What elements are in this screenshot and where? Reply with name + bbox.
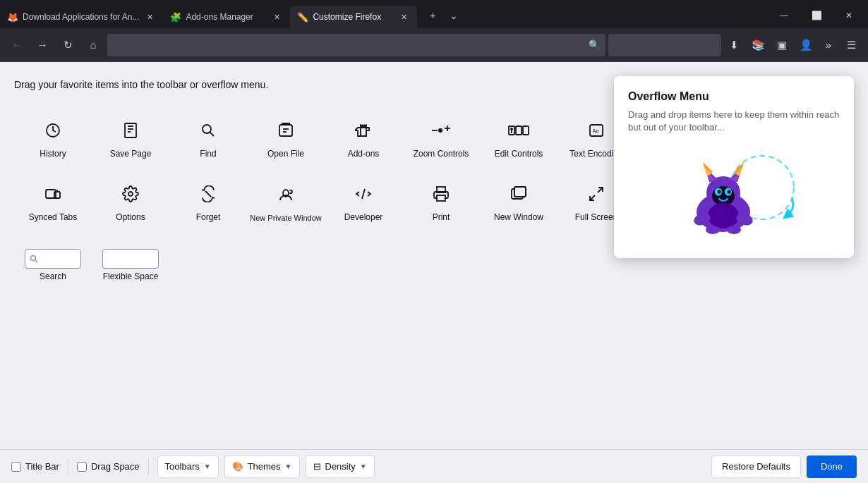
item-history[interactable]: History <box>14 107 92 171</box>
item-edit-controls-label: Edit Controls <box>495 149 543 160</box>
forward-button[interactable]: → <box>31 34 54 56</box>
item-synced-tabs-label: Synced Tabs <box>29 212 78 224</box>
title-bar-checkbox[interactable] <box>11 462 21 472</box>
full-screen-icon <box>584 181 609 207</box>
svg-line-28 <box>362 189 365 199</box>
item-new-window[interactable]: New Window <box>480 171 557 234</box>
history-icon <box>40 118 66 143</box>
svg-line-39 <box>35 260 37 262</box>
item-new-private-label: New Private Window <box>250 213 321 223</box>
minimize-button[interactable]: — <box>768 4 800 27</box>
svg-point-38 <box>31 256 36 261</box>
tab-title-1: Download Applications for An... <box>23 12 139 22</box>
menu-button[interactable]: ☰ <box>840 34 862 56</box>
item-find-label: Find <box>200 149 216 160</box>
toolbar-right-icons: ⬇ 📚 ▣ 👤 » ☰ <box>608 34 862 56</box>
item-synced-tabs[interactable]: Synced Tabs <box>14 171 92 234</box>
zoom-controls-icon <box>428 118 454 143</box>
search-widget-icon <box>30 255 38 263</box>
density-label: Density <box>325 461 356 472</box>
item-open-file-label: Open File <box>267 149 304 160</box>
overflow-illustration <box>628 145 840 244</box>
svg-line-35 <box>590 195 595 200</box>
title-bar-label: Title Bar <box>25 461 59 472</box>
overflow-panel-desc: Drag and drop items here to keep them wi… <box>628 109 840 134</box>
item-forget-label: Forget <box>196 212 221 224</box>
close-button[interactable]: ✕ <box>833 4 865 27</box>
title-bar-checkbox-label[interactable]: Title Bar <box>11 461 59 472</box>
drag-space-checkbox[interactable] <box>77 462 87 472</box>
tab-favicon-1: 🦊 <box>7 12 18 23</box>
item-zoom-controls-label: Zoom Controls <box>414 149 469 160</box>
search-bar-input[interactable] <box>608 34 721 56</box>
search-widget-box <box>25 249 81 269</box>
toolbars-dropdown-arrow: ▼ <box>204 463 211 470</box>
themes-dropdown[interactable]: 🎨 Themes ▼ <box>224 456 300 478</box>
tab-close-1[interactable]: ✕ <box>143 11 156 23</box>
item-search-label: Search <box>40 271 66 283</box>
themes-icon: 🎨 <box>232 461 243 472</box>
toolbars-dropdown[interactable]: Toolbars ▼ <box>157 456 219 478</box>
tab-list-button[interactable]: ⌄ <box>444 6 464 25</box>
sidebar-button[interactable]: ▣ <box>771 34 793 56</box>
bottom-separator-1 <box>68 458 68 475</box>
item-flexible-space[interactable]: Flexible Space <box>92 234 169 298</box>
developer-icon <box>351 181 376 207</box>
new-tab-button[interactable]: + <box>423 6 442 25</box>
downloads-button[interactable]: ⬇ <box>723 34 745 56</box>
item-addons-label: Add-ons <box>348 149 380 160</box>
drag-space-label: Drag Space <box>91 461 140 472</box>
overflow-panel-title: Overflow Menu <box>628 90 840 103</box>
svg-point-25 <box>128 192 133 196</box>
svg-point-13 <box>438 128 442 133</box>
restore-defaults-button[interactable]: Restore Defaults <box>711 456 801 478</box>
item-open-file[interactable]: Open File <box>247 107 325 171</box>
themes-dropdown-arrow: ▼ <box>285 463 292 470</box>
tab-title-2: Add-ons Manager <box>186 12 266 22</box>
svg-rect-16 <box>523 126 529 135</box>
drag-space-checkbox-label[interactable]: Drag Space <box>77 461 140 472</box>
overflow-panel: Overflow Menu Drag and drop items here t… <box>614 76 854 258</box>
item-new-private[interactable]: New Private Window <box>247 171 325 234</box>
item-zoom-controls[interactable]: Zoom Controls <box>402 107 480 171</box>
item-developer-label: Developer <box>344 212 383 224</box>
svg-rect-1 <box>125 123 136 137</box>
themes-label: Themes <box>248 461 281 472</box>
overflow-button[interactable]: » <box>819 34 838 56</box>
account-button[interactable]: 👤 <box>795 34 817 56</box>
options-icon <box>118 181 143 207</box>
item-new-window-label: New Window <box>494 212 543 224</box>
tab-download-apps[interactable]: 🦊 Download Applications for An... ✕ <box>0 6 163 28</box>
item-addons[interactable]: Add-ons <box>325 107 402 171</box>
tab-addons[interactable]: 🧩 Add-ons Manager ✕ <box>163 6 290 28</box>
item-edit-controls[interactable]: Edit Controls <box>480 107 557 171</box>
item-developer[interactable]: Developer <box>325 171 402 234</box>
item-history-label: History <box>40 149 66 160</box>
find-icon <box>195 118 221 143</box>
home-button[interactable]: ⌂ <box>82 34 104 56</box>
svg-point-50 <box>718 190 721 194</box>
item-forget[interactable]: Forget <box>169 171 247 234</box>
svg-rect-32 <box>514 187 526 197</box>
item-find[interactable]: Find <box>169 107 247 171</box>
item-options[interactable]: Options <box>92 171 169 234</box>
address-input[interactable] <box>113 39 584 50</box>
tab-close-3[interactable]: ✕ <box>397 11 410 23</box>
item-print[interactable]: Print <box>402 171 480 234</box>
item-save-page[interactable]: Save Page <box>92 107 169 171</box>
svg-rect-15 <box>516 126 522 135</box>
addons-icon <box>351 118 376 143</box>
svg-line-26 <box>205 191 211 197</box>
tab-close-2[interactable]: ✕ <box>270 11 283 23</box>
density-dropdown[interactable]: ⊟ Density ▼ <box>306 456 375 478</box>
back-button[interactable]: ← <box>6 34 28 56</box>
done-button[interactable]: Done <box>807 456 857 478</box>
svg-rect-30 <box>437 195 445 201</box>
maximize-button[interactable]: ⬜ <box>800 4 833 27</box>
item-search[interactable]: Search <box>14 234 92 298</box>
reload-button[interactable]: ↻ <box>56 34 79 56</box>
library-button[interactable]: 📚 <box>747 34 769 56</box>
address-bar[interactable]: 🔍 <box>107 34 605 56</box>
tab-customize[interactable]: ✏️ Customize Firefox ✕ <box>290 6 417 28</box>
density-dropdown-arrow: ▼ <box>360 463 367 470</box>
